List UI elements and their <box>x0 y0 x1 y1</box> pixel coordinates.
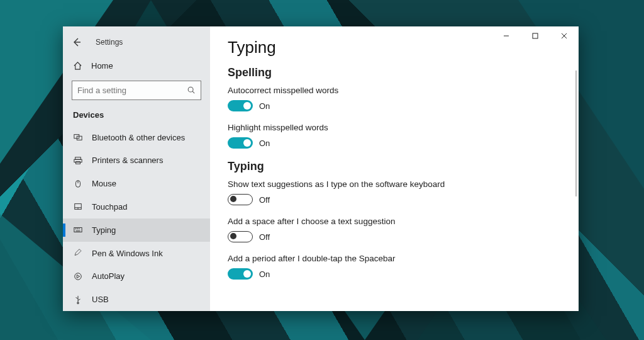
content-area: Typing Spelling Autocorrect misspelled w… <box>210 26 579 311</box>
svg-line-6 <box>192 91 194 93</box>
settings-window: Settings Home Devices Bluetooth & other … <box>63 26 579 311</box>
search-box[interactable] <box>72 81 201 100</box>
printer-icon <box>73 156 83 165</box>
toggle-space[interactable] <box>228 231 253 242</box>
usb-icon <box>73 295 83 304</box>
mouse-icon <box>73 179 83 188</box>
sidebar-item-bluetooth[interactable]: Bluetooth & other devices <box>63 126 210 149</box>
sidebar-item-typing[interactable]: Typing <box>63 218 210 242</box>
touchpad-icon <box>73 202 83 211</box>
sidebar-item-mouse[interactable]: Mouse <box>63 172 210 195</box>
app-title: Settings <box>96 38 123 47</box>
search-icon <box>187 86 196 94</box>
setting-suggestions: Show text suggestions as I type on the s… <box>228 179 561 205</box>
sidebar-item-label: USB <box>92 295 109 304</box>
sidebar-item-touchpad[interactable]: Touchpad <box>63 195 210 218</box>
toggle-state: On <box>259 269 270 279</box>
setting-label: Show text suggestions as I type on the s… <box>228 179 561 189</box>
autoplay-icon <box>73 272 83 281</box>
setting-highlight: Highlight misspelled words On <box>228 123 561 149</box>
svg-rect-17 <box>74 228 82 232</box>
maximize-button[interactable] <box>521 26 550 45</box>
sidebar: Settings Home Devices Bluetooth & other … <box>63 26 210 311</box>
group-header-typing: Typing <box>228 160 561 173</box>
svg-rect-1 <box>533 33 538 38</box>
setting-label: Autocorrect misspelled words <box>228 86 561 95</box>
toggle-suggestions[interactable] <box>228 194 253 205</box>
sidebar-item-label: Mouse <box>92 179 116 188</box>
svg-point-5 <box>188 87 193 92</box>
toggle-state: Off <box>259 232 270 242</box>
sidebar-item-pen[interactable]: Pen & Windows Ink <box>63 242 210 265</box>
sidebar-item-autoplay[interactable]: AutoPlay <box>63 264 210 288</box>
toggle-period[interactable] <box>228 268 253 280</box>
toggle-autocorrect[interactable] <box>228 100 253 111</box>
setting-label: Add a space after I choose a text sugges… <box>228 217 561 226</box>
minimize-button[interactable] <box>492 26 521 45</box>
setting-label: Add a period after I double-tap the Spac… <box>228 254 561 263</box>
sidebar-item-label: Typing <box>92 225 116 235</box>
setting-autocorrect: Autocorrect misspelled words On <box>228 86 561 111</box>
pen-icon <box>73 249 83 258</box>
sidebar-item-label: Touchpad <box>92 202 127 212</box>
devices-icon <box>73 133 83 142</box>
sidebar-item-label: AutoPlay <box>92 271 125 281</box>
sidebar-nav: Bluetooth & other devices Printers & sca… <box>63 126 210 311</box>
sidebar-item-label: Home <box>91 61 113 71</box>
sidebar-item-label: Bluetooth & other devices <box>92 133 185 142</box>
sidebar-item-home[interactable]: Home <box>63 54 210 78</box>
toggle-state: On <box>259 139 270 148</box>
svg-rect-9 <box>75 157 81 160</box>
sidebar-item-usb[interactable]: USB <box>63 288 210 311</box>
toggle-highlight[interactable] <box>228 137 253 149</box>
sidebar-item-label: Pen & Windows Ink <box>92 249 163 258</box>
sidebar-item-printers[interactable]: Printers & scanners <box>63 149 210 172</box>
toggle-state: Off <box>259 195 270 205</box>
keyboard-icon <box>73 225 83 234</box>
group-header-spelling: Spelling <box>228 66 561 79</box>
toggle-state: On <box>259 101 270 111</box>
svg-point-22 <box>75 273 82 280</box>
window-controls <box>492 26 579 45</box>
sidebar-section-header: Devices <box>63 106 210 126</box>
setting-space: Add a space after I choose a text sugges… <box>228 217 561 242</box>
close-button[interactable] <box>550 26 579 45</box>
setting-period: Add a period after I double-tap the Spac… <box>228 254 561 280</box>
setting-label: Highlight misspelled words <box>228 123 561 132</box>
back-button[interactable] <box>69 35 84 50</box>
sidebar-item-label: Printers & scanners <box>92 156 163 165</box>
search-input[interactable] <box>77 86 187 95</box>
home-icon <box>73 61 82 71</box>
scrollbar[interactable] <box>575 71 577 196</box>
